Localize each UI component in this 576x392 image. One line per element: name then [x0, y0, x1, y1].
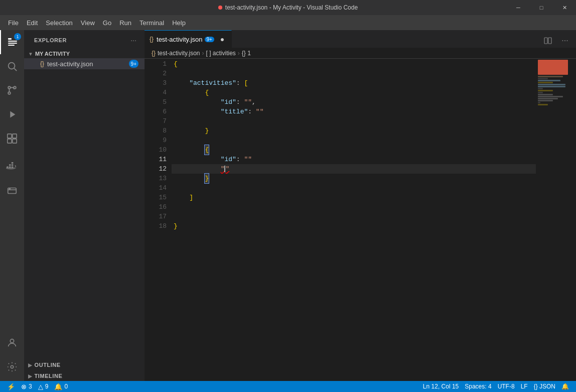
menu-help[interactable]: Help [168, 17, 190, 29]
line-num-16: 16 [145, 202, 167, 212]
more-actions-button[interactable]: ··· [558, 34, 572, 48]
line-num-14: 14 [145, 183, 167, 193]
code-editor[interactable]: 1 2 3 4 5 6 7 8 9 10 11 12 13 14 15 16 1 [145, 59, 536, 381]
code-line-7 [172, 116, 536, 126]
outline-arrow-icon: ▶ [28, 362, 33, 368]
line-num-11: 11 [145, 155, 167, 164]
activity-bar: 1 [0, 30, 24, 381]
outline-label: OUTLINE [35, 362, 61, 368]
breadcrumb-sep-2: › [238, 50, 240, 57]
mini-line-2 [538, 78, 548, 79]
window-controls: ─ □ ✕ [507, 0, 576, 15]
bell-status-item[interactable]: 🔔 [558, 381, 572, 392]
run-debug-icon[interactable] [0, 102, 24, 126]
extensions-icon[interactable] [0, 126, 24, 151]
breadcrumb: {} test-activity.json › [ ] activities ›… [145, 48, 576, 59]
errors-status-item[interactable]: ⊗ 3 [18, 381, 35, 392]
breadcrumb-item-1[interactable]: {} 1 [242, 50, 251, 57]
breadcrumb-activities[interactable]: [ ] activities [206, 50, 235, 57]
maximize-button[interactable]: □ [530, 0, 553, 15]
brace-obj2-close: } [205, 174, 209, 183]
code-line-12: ············ "" [172, 164, 536, 174]
svg-point-6 [8, 86, 11, 89]
brace-root-close: } [174, 221, 178, 231]
line-num-13: 13 [145, 174, 167, 183]
mini-line-8 [538, 90, 553, 91]
accounts-icon[interactable] [0, 331, 24, 355]
breadcrumb-file-name: test-activity.json [158, 50, 200, 57]
line-num-4: 4 [145, 88, 167, 97]
tab-filename: test-activity.json [157, 36, 203, 43]
line-num-2: 2 [145, 69, 167, 78]
outline-section[interactable]: ▶ OUTLINE [24, 359, 145, 370]
code-line-10: ········ { [172, 145, 536, 155]
code-line-15: ···· ] [172, 193, 536, 202]
timeline-section[interactable]: ▶ TIMELINE [24, 370, 145, 381]
settings-icon[interactable] [0, 355, 24, 379]
line-num-12: 12 [145, 164, 167, 174]
menu-view[interactable]: View [77, 17, 99, 29]
key-id-2: "id" [221, 155, 236, 164]
svg-rect-0 [8, 38, 12, 40]
eol-status-item[interactable]: LF [518, 381, 531, 392]
close-button[interactable]: ✕ [553, 0, 576, 15]
title-bar: test-activity.json - My Activity - Visua… [0, 0, 576, 15]
remote-status-item[interactable]: ⚡ [4, 381, 18, 392]
mini-line-4 [538, 82, 553, 83]
code-line-6: ············ "title" : "" [172, 107, 536, 116]
tab-test-activity-json[interactable]: {} test-activity.json 9+ ● [145, 30, 232, 48]
language-status-item[interactable]: {} JSON [531, 381, 558, 392]
code-area: 1 2 3 4 5 6 7 8 9 10 11 12 13 14 15 16 1 [145, 59, 576, 381]
warnings-status-item[interactable]: △ 9 [35, 381, 52, 392]
key-activities: "activities" [189, 78, 236, 88]
notifications-status-item[interactable]: 🔔 0 [51, 381, 71, 392]
code-line-16 [172, 202, 536, 212]
code-line-8: ········ } [172, 126, 536, 136]
mini-line-13 [538, 100, 553, 101]
menu-terminal[interactable]: Terminal [135, 17, 168, 29]
breadcrumb-item-1-text: {} 1 [242, 50, 251, 57]
encoding-status-item[interactable]: UTF-8 [495, 381, 518, 392]
sidebar-title: EXPLORER [34, 37, 67, 43]
file-item-test-activity[interactable]: {} test-activity.json 9+ [24, 58, 145, 69]
notification-icon: 🔔 [54, 383, 62, 390]
menu-go[interactable]: Go [99, 17, 115, 29]
tab-file-icon: {} [150, 36, 154, 43]
sidebar-more-button[interactable]: ··· [128, 35, 138, 45]
key-title-1: "title" [221, 107, 248, 116]
svg-rect-2 [8, 43, 17, 44]
mini-line-3 [538, 80, 560, 81]
code-content[interactable]: { ···· "activities" : [ ········ { [172, 59, 536, 381]
sidebar: EXPLORER ··· ▼ MY ACTIVITY {} test-activ… [24, 30, 145, 381]
timeline-arrow-icon: ▶ [28, 373, 33, 379]
tab-modified-dot[interactable]: ● [218, 35, 226, 43]
mini-line-14 [538, 102, 540, 103]
sidebar-header: EXPLORER ··· [24, 30, 145, 49]
code-line-1: { [172, 59, 536, 69]
svg-rect-11 [8, 139, 12, 143]
menu-run[interactable]: Run [115, 17, 135, 29]
split-editor-button[interactable] [541, 34, 555, 48]
file-badge: 9+ [129, 60, 138, 68]
source-control-icon[interactable] [0, 78, 24, 102]
minimize-button[interactable]: ─ [507, 0, 530, 15]
menu-edit[interactable]: Edit [23, 17, 42, 29]
explorer-icon[interactable]: 1 [0, 30, 24, 54]
breadcrumb-file[interactable]: {} test-activity.json [152, 50, 200, 57]
indent-status-item[interactable]: Spaces: 4 [462, 381, 494, 392]
svg-line-5 [14, 68, 17, 71]
cursor-position-item[interactable]: Ln 12, Col 15 [420, 381, 462, 392]
svg-rect-10 [13, 134, 17, 138]
mini-line-11 [538, 96, 563, 97]
docker-icon[interactable] [0, 155, 24, 179]
menu-selection[interactable]: Selection [42, 17, 76, 29]
folder-item-my-activity[interactable]: ▼ MY ACTIVITY [24, 49, 145, 58]
file-name: test-activity.json [47, 60, 93, 68]
search-icon[interactable] [0, 54, 24, 78]
menu-file[interactable]: File [4, 17, 23, 29]
mini-line-9 [538, 92, 543, 93]
remote-explorer-icon[interactable] [0, 179, 24, 203]
line-num-8: 8 [145, 126, 167, 136]
activity-bar-bottom [0, 331, 24, 381]
remote-icon: ⚡ [7, 383, 15, 390]
